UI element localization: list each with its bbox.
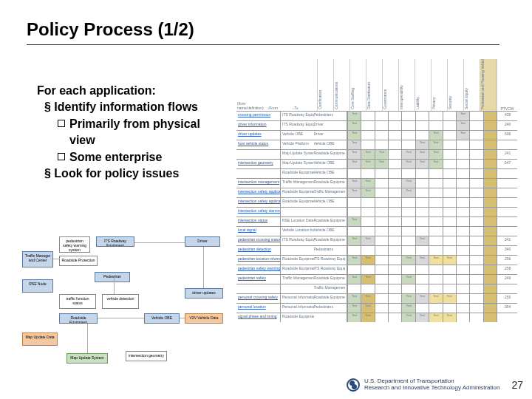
- matrix-cell: [469, 284, 482, 293]
- dline: [180, 318, 185, 318]
- dline: [98, 318, 144, 318]
- matrix-cell: [375, 275, 388, 284]
- matrix-cell: [347, 227, 361, 236]
- matrix-cell: [375, 198, 388, 207]
- cat-8: Security: [448, 59, 464, 111]
- dbox-veh-detect: vehicle detection: [102, 294, 139, 309]
- matrix-cell: [469, 140, 482, 149]
- matrix-cell: Text: [361, 160, 374, 168]
- matrix-cell: [361, 121, 374, 130]
- cat-5: Interoperability: [399, 59, 415, 111]
- matrix-cell: [469, 246, 482, 255]
- matrix-cell: [375, 179, 388, 188]
- matrix-cell: [456, 169, 469, 178]
- row-score: [497, 217, 517, 226]
- matrix-cell: [415, 169, 429, 178]
- matrix-cell: [401, 284, 415, 293]
- matrix-cell: Text: [361, 150, 374, 159]
- row-score: .256: [497, 256, 517, 265]
- matrix-cell: [456, 275, 469, 284]
- row-from-to: ITS Roadway EquipmentDriver: [281, 121, 347, 130]
- matrix-row: local signalVehicle Location from ItemVe…: [236, 226, 517, 236]
- matrix-cell: [443, 169, 456, 178]
- row-score: .255: [497, 294, 517, 303]
- matrix-row: pedestrian safety warningRoadside Equipm…: [236, 265, 517, 274]
- matrix-cell: Text: [401, 275, 415, 284]
- cat-4: Governance: [383, 59, 399, 111]
- matrix-row: Traffic Management: [236, 284, 517, 293]
- matrix-cell: [483, 265, 497, 274]
- row-flow-name: personal location: [236, 304, 281, 313]
- row-from-to: Map Update SystemVehicle OBE: [281, 160, 347, 168]
- row-from-to: Traffic ManagementRoadside Equipment: [281, 179, 347, 188]
- cat-3: Data Distribution: [366, 59, 383, 111]
- matrix-body: crossing permissionITS Roadway Equipment…: [236, 111, 517, 322]
- matrix-row: pedestrian safetyTraffic ManagementRoads…: [236, 274, 517, 284]
- matrix-cell: [483, 227, 497, 236]
- matrix-cell: [401, 112, 415, 120]
- matrix-cell: [429, 265, 442, 274]
- matrix-cell: [469, 265, 482, 274]
- row-from-to: Roadside EquipmentVehicle OBE: [281, 198, 347, 207]
- matrix-cell: [483, 131, 497, 140]
- matrix-cell: [361, 217, 374, 226]
- matrix-cell: [443, 112, 456, 120]
- row-flow-name: [236, 169, 281, 178]
- matrix-cell: [361, 140, 374, 149]
- matrix-cell: [456, 150, 469, 159]
- matrix-cell: [456, 256, 469, 265]
- row-flow-name: intersection safety warning: [236, 208, 281, 216]
- matrix-cell: [415, 131, 429, 140]
- matrix-cell: [347, 169, 361, 178]
- matrix-cell: [361, 227, 374, 236]
- cat-9: Social Equity: [464, 59, 480, 111]
- matrix-cell: [429, 121, 442, 130]
- dbox-its-roadway: ITS Roadway Equipment: [96, 236, 134, 247]
- matrix-cell: [388, 284, 401, 293]
- row-flow-name: host vehicle status: [236, 140, 281, 149]
- matrix-cell: [388, 169, 401, 178]
- dline: [203, 247, 204, 288]
- matrix-cell: [456, 265, 469, 274]
- matrix-cell: [401, 208, 415, 216]
- row-score: .439: [497, 112, 517, 120]
- matrix-cell: [456, 294, 469, 303]
- matrix-cell: [375, 294, 388, 303]
- bullet-identify: Identify information flows: [37, 99, 229, 115]
- matrix-cell: [483, 112, 497, 120]
- matrix-cell: [469, 160, 482, 168]
- matrix-cell: [375, 131, 388, 140]
- matrix-cell: [483, 188, 497, 197]
- matrix-cell: [347, 246, 361, 255]
- matrix-cell: Text: [429, 313, 442, 322]
- footer: U.S. Department of Transportation Resear…: [0, 378, 532, 392]
- matrix-cell: Text: [347, 294, 361, 303]
- matrix-cell: [443, 188, 456, 197]
- row-flow-name: driver updates: [236, 131, 281, 140]
- matrix-cell: [375, 227, 388, 236]
- dbox-roadside-prot: Roadside Protection: [59, 256, 98, 266]
- matrix-cell: [483, 246, 497, 255]
- row-flow-name: signal phase and timing: [236, 313, 281, 322]
- matrix-cell: [443, 227, 456, 236]
- checkbox-icon: [58, 120, 65, 127]
- matrix-cell: Text: [429, 294, 442, 303]
- matrix-row: signal phase and timingRoadside Equipmen…: [236, 313, 517, 322]
- matrix-cell: [456, 236, 469, 245]
- matrix-cell: [401, 140, 415, 149]
- matrix-cell: [347, 198, 361, 207]
- matrix-cell: [443, 179, 456, 188]
- matrix-cell: Text: [456, 131, 469, 140]
- matrix-cell: [401, 236, 415, 245]
- matrix-row: Roadside EquipmentVehicle OBE: [236, 168, 517, 178]
- matrix-cell: [361, 265, 374, 274]
- row-from-to: Personal Information DevicePedestrians: [281, 304, 347, 313]
- matrix-cell: [415, 198, 429, 207]
- matrix-cell: Text: [361, 294, 374, 303]
- dbox-roadside-eq: Roadside Equipment: [59, 313, 98, 324]
- cat-7: Privacy: [432, 59, 448, 111]
- matrix-cell: [375, 208, 388, 216]
- row-from-to: Personal Information DeviceRoadside Equi…: [281, 294, 347, 303]
- matrix-cell: [469, 256, 482, 265]
- matrix-cell: [401, 217, 415, 226]
